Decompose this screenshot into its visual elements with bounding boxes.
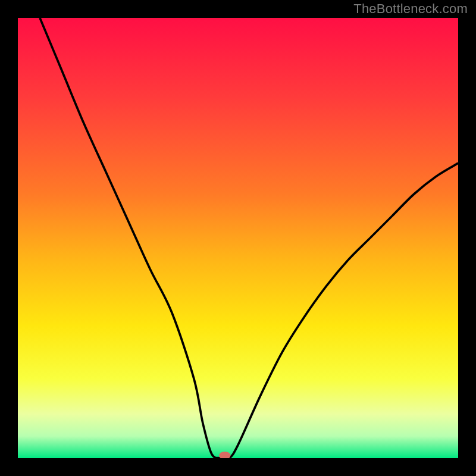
chart-frame: TheBottleneck.com (0, 0, 476, 476)
chart-background (18, 18, 458, 458)
bottleneck-chart (18, 18, 458, 458)
watermark-text: TheBottleneck.com (353, 1, 468, 17)
